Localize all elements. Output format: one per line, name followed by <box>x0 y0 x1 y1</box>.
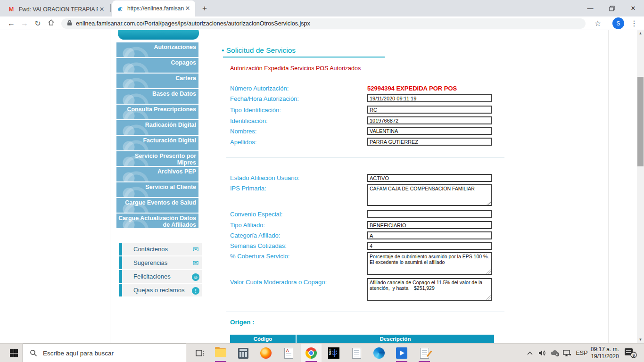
label-tipo-afiliado: Tipo Afiliado: <box>230 222 265 229</box>
notes-icon[interactable] <box>414 344 435 362</box>
url-bar[interactable]: enlinea.famisanar.com.co/Portal/pages/ip… <box>61 18 586 29</box>
sidebar-item-archivos-pep[interactable]: Archivos PEP <box>116 167 198 181</box>
windows-logo-icon <box>10 349 18 357</box>
lock-icon <box>67 19 72 28</box>
file-explorer-icon[interactable] <box>210 344 231 362</box>
scrollbar-thumb[interactable] <box>637 77 644 166</box>
sidebar-link-felicitaciones[interactable]: Felicitaciones ☺ <box>119 270 202 283</box>
categoria-afiliado-input[interactable] <box>367 231 492 239</box>
task-view-icon[interactable] <box>190 344 210 362</box>
tipo-afiliado-input[interactable] <box>367 221 492 229</box>
identificacion-input[interactable] <box>367 116 492 124</box>
resize-grip-icon[interactable] <box>487 201 491 205</box>
label-estado-afiliacion: Estado Afiliación Usuario: <box>230 174 299 181</box>
form-subtitle: Autorización Expedida Servicios POS Auto… <box>230 65 361 72</box>
sidebar-item-cartera[interactable]: Cartera <box>116 74 198 88</box>
back-icon[interactable]: ← <box>6 18 17 29</box>
edge-icon[interactable] <box>369 344 389 362</box>
sidebar-item-autorizaciones[interactable]: Autorizaciones <box>116 42 198 57</box>
resize-grip-icon[interactable] <box>487 296 491 300</box>
gmail-favicon: M <box>8 6 15 13</box>
contact-label: Sugerencias <box>122 259 190 266</box>
network-icon[interactable] <box>561 344 573 362</box>
sidebar-header-pill <box>118 30 199 40</box>
tab-title: https://enlinea.famisanar.com.co <box>127 5 184 12</box>
title-underline <box>223 57 385 58</box>
label-nombres: Nombres: <box>230 128 256 135</box>
section-divider <box>226 312 504 312</box>
scroll-up-icon[interactable]: ▲ <box>637 30 644 37</box>
browser-tab-strip: M Fwd: VALORACION TERAPIA FISIC ✕ https:… <box>0 0 644 16</box>
sidebar-item-servicio-al-cliente[interactable]: Servicio al Cliente <box>116 182 198 197</box>
tab-famisanar-active[interactable]: https://enlinea.famisanar.com.co ✕ <box>112 0 195 16</box>
label-apellidos: Apellidos: <box>230 139 256 146</box>
restore-button[interactable] <box>601 0 623 16</box>
contact-label: Felicitaciones <box>122 273 190 280</box>
start-button[interactable] <box>5 344 23 362</box>
sidebar-item-consulta-prescripciones[interactable]: Consulta Prescripciones <box>116 105 198 119</box>
language-indicator[interactable]: ESP <box>574 344 589 362</box>
section-divider <box>226 157 504 158</box>
fecha-hora-input[interactable] <box>367 94 492 102</box>
sidebar-item-cargue-eventos-salud[interactable]: Cargue Eventos de Salud <box>116 198 198 213</box>
med-app-icon[interactable]: MED <box>323 344 344 362</box>
sidebar-item-bases-de-datos[interactable]: Bases de Datos <box>116 89 198 104</box>
numero-autorizacion-value: 52994394 EXPEDIDA POR POS <box>367 85 457 92</box>
menu-dots-icon[interactable]: ⋮ <box>628 18 640 29</box>
notification-center-icon[interactable]: 9 <box>621 344 640 362</box>
tab-close-icon[interactable]: ✕ <box>184 5 191 12</box>
forward-icon[interactable]: → <box>19 18 30 29</box>
sidebar-item-servicio-prescrito-mipres[interactable]: Servicio Prescrito por Mipres <box>116 151 198 166</box>
clock-time: 09:17 a. m. <box>591 346 619 353</box>
bookmark-star-icon[interactable]: ☆ <box>592 18 603 29</box>
semanas-cotizadas-input[interactable] <box>367 242 492 250</box>
tab-close-icon[interactable]: ✕ <box>98 6 106 13</box>
cuota-textarea[interactable]: Afiliado cancela de Copago el 11.5% del … <box>367 278 492 301</box>
taskbar-search-input[interactable] <box>42 349 186 357</box>
apellidos-input[interactable] <box>367 138 492 146</box>
profile-avatar[interactable]: S <box>612 17 624 29</box>
notepad-icon[interactable] <box>346 344 367 362</box>
nombres-input[interactable] <box>367 127 492 135</box>
taskbar-clock[interactable]: 09:17 a. m. 19/11/2020 <box>590 344 619 362</box>
sidebar-item-copagos[interactable]: Copagos <box>116 58 198 73</box>
clock-date: 19/11/2020 <box>591 353 619 360</box>
sidebar-link-sugerencias[interactable]: Sugerencias ✉ <box>119 256 202 269</box>
minimize-button[interactable]: — <box>579 0 601 16</box>
notification-badge: 9 <box>632 353 635 358</box>
tray-chevron-icon[interactable] <box>524 344 536 362</box>
cobertura-textarea[interactable]: Porcentaje de cubrimiento asumido por la… <box>367 252 492 275</box>
sidebar-item-cargue-actualizacion-datos[interactable]: Cargue Actualización Datos de Afiliados <box>116 214 198 228</box>
envelope-icon: ✉ <box>190 245 202 254</box>
ips-primaria-textarea[interactable]: CAFAM CAJA DE COMPENSACION FAMILIAR <box>367 184 492 206</box>
taskbar-search[interactable] <box>23 344 186 362</box>
cobertura-wrap: Porcentaje de cubrimiento asumido por la… <box>367 252 492 275</box>
estado-afiliacion-input[interactable] <box>367 174 492 182</box>
close-window-button[interactable]: ✕ <box>622 0 644 16</box>
chrome-icon[interactable] <box>301 344 322 362</box>
browser-toolbar: ← → ↻ enlinea.famisanar.com.co/Portal/pa… <box>0 16 644 30</box>
convenio-especial-input[interactable] <box>367 210 492 218</box>
home-icon[interactable] <box>45 18 57 29</box>
resize-grip-icon[interactable] <box>487 270 491 274</box>
calculator-icon[interactable] <box>233 344 254 362</box>
sidebar-item-radicacion-digital[interactable]: Radicación Digital <box>116 120 198 135</box>
firefox-icon[interactable] <box>256 344 276 362</box>
sidebar-link-quejas[interactable]: Quejas o reclamos ! <box>119 284 202 296</box>
search-icon <box>30 349 37 357</box>
movies-tv-icon[interactable] <box>391 344 412 362</box>
tab-separator <box>110 4 111 12</box>
famisanar-favicon <box>116 5 124 12</box>
tab-title: Fwd: VALORACION TERAPIA FISIC <box>19 6 98 13</box>
sidebar-item-facturacion-digital[interactable]: Facturación Digital <box>116 136 198 150</box>
sidebar-link-contactenos[interactable]: Contáctenos ✉ <box>119 243 202 255</box>
volume-icon[interactable] <box>537 344 548 362</box>
reload-icon[interactable]: ↻ <box>32 18 43 29</box>
wordpad-icon[interactable]: A <box>278 344 299 362</box>
tipo-identificacion-input[interactable] <box>367 106 492 114</box>
scroll-down-icon[interactable]: ▼ <box>637 337 644 343</box>
new-tab-button[interactable]: + <box>200 4 209 13</box>
tab-gmail[interactable]: M Fwd: VALORACION TERAPIA FISIC ✕ <box>4 2 109 16</box>
page-scrollbar[interactable]: ▲ ▼ <box>637 30 644 343</box>
onedrive-paused-icon[interactable] <box>549 344 561 362</box>
